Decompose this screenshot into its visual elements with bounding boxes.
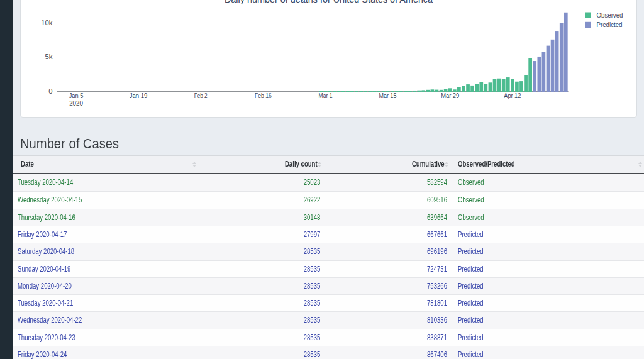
svg-text:Jan 5: Jan 5 — [69, 92, 84, 99]
svg-text:10k: 10k — [41, 19, 53, 26]
svg-text:0: 0 — [48, 87, 52, 95]
svg-text:Feb 16: Feb 16 — [255, 92, 272, 99]
svg-text:Mar 29: Mar 29 — [441, 92, 459, 99]
svg-text:Jan 19: Jan 19 — [130, 92, 148, 99]
svg-text:Mar 15: Mar 15 — [379, 92, 397, 99]
svg-text:2020: 2020 — [69, 99, 83, 107]
svg-text:Observed: Observed — [597, 11, 623, 19]
svg-text:Mar 1: Mar 1 — [319, 92, 333, 99]
svg-text:5k: 5k — [45, 53, 53, 60]
svg-text:Apr 12: Apr 12 — [504, 92, 521, 99]
svg-text:Feb 2: Feb 2 — [194, 92, 208, 99]
svg-text:Predicted: Predicted — [597, 21, 623, 28]
